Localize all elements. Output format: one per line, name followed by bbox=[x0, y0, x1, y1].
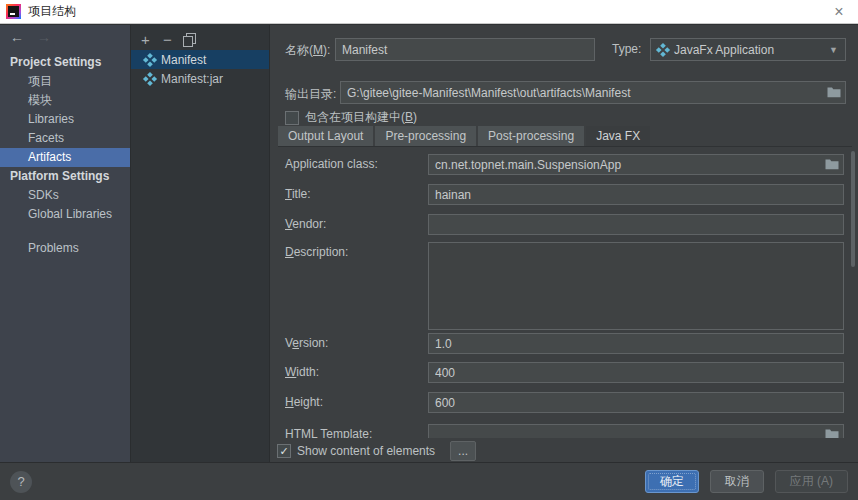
width-label: Width: bbox=[285, 362, 319, 383]
application-class-field-wrap bbox=[428, 154, 844, 175]
width-field-wrap bbox=[428, 362, 844, 383]
vendor-label: Vendor: bbox=[285, 214, 326, 235]
sidebar-item-facets[interactable]: Facets bbox=[0, 129, 130, 148]
add-icon[interactable]: + bbox=[139, 33, 152, 46]
include-in-build-checkbox[interactable] bbox=[285, 111, 299, 125]
artifact-item-label: Manifest bbox=[161, 53, 206, 67]
sidebar-item-artifacts[interactable]: Artifacts bbox=[0, 148, 130, 167]
sidebar-item-project[interactable]: 项目 bbox=[0, 72, 130, 91]
back-arrow-icon[interactable]: ← bbox=[10, 29, 24, 45]
version-field-wrap bbox=[428, 333, 844, 354]
name-label: 名称(M): bbox=[285, 42, 330, 59]
title-field[interactable] bbox=[428, 184, 844, 205]
description-field[interactable] bbox=[428, 242, 844, 330]
artifact-type-icon bbox=[656, 42, 670, 56]
apply-button[interactable]: 应用 (A) bbox=[775, 470, 848, 493]
type-label: Type: bbox=[612, 42, 641, 56]
sidebar-section-project-settings: Project Settings bbox=[0, 53, 130, 72]
remove-icon[interactable]: − bbox=[161, 33, 174, 46]
type-dropdown[interactable]: JavaFx Application ▼ bbox=[650, 38, 846, 61]
intellij-logo-icon bbox=[6, 4, 21, 19]
sidebar-item-sdks[interactable]: SDKs bbox=[0, 186, 130, 205]
tab-bar: Output LayoutPre-processingPost-processi… bbox=[278, 126, 652, 146]
html-template-field[interactable] bbox=[428, 424, 844, 438]
artifact-item-manifest[interactable]: Manifest bbox=[131, 50, 269, 69]
form-area: Application class:Title:Vendor:Descripti… bbox=[270, 147, 858, 438]
title-field-wrap bbox=[428, 184, 844, 205]
chevron-down-icon: ▼ bbox=[829, 45, 838, 55]
folder-browse-icon[interactable] bbox=[825, 158, 839, 170]
artifact-icon bbox=[143, 71, 157, 85]
application-class-label: Application class: bbox=[285, 154, 378, 175]
title-label: Title: bbox=[285, 184, 311, 205]
application-class-field[interactable] bbox=[428, 154, 844, 175]
type-value: JavaFx Application bbox=[674, 43, 823, 57]
window-title: 项目结构 bbox=[28, 3, 76, 20]
version-label: Version: bbox=[285, 333, 328, 354]
output-dir-wrap bbox=[340, 81, 846, 104]
dialog-body: ← → Project Settings项目模块LibrariesFacetsA… bbox=[0, 24, 858, 462]
sidebar: ← → Project Settings项目模块LibrariesFacetsA… bbox=[0, 25, 130, 462]
width-field[interactable] bbox=[428, 362, 844, 383]
artifact-toolbar: +− bbox=[131, 29, 269, 49]
show-content-checkbox[interactable]: ✓ bbox=[277, 444, 291, 458]
output-dir-label: 输出目录: bbox=[285, 86, 336, 103]
artifact-list: ManifestManifest:jar bbox=[131, 50, 269, 88]
sidebar-item-problems[interactable]: Problems bbox=[0, 239, 130, 258]
show-content-label: Show content of elements bbox=[297, 444, 435, 458]
sidebar-item-modules[interactable]: 模块 bbox=[0, 91, 130, 110]
sidebar-item-libraries[interactable]: Libraries bbox=[0, 110, 130, 129]
folder-browse-icon[interactable] bbox=[827, 86, 841, 98]
browse-more-button[interactable]: ... bbox=[450, 441, 476, 461]
artifact-list-panel: +− ManifestManifest:jar bbox=[130, 25, 270, 462]
artifact-item-label: Manifest:jar bbox=[161, 72, 223, 86]
name-input[interactable] bbox=[335, 38, 595, 61]
history-nav: ← → bbox=[0, 25, 130, 47]
sidebar-section-platform-settings: Platform Settings bbox=[0, 167, 130, 186]
version-field[interactable] bbox=[428, 333, 844, 354]
scrollbar-thumb[interactable] bbox=[851, 151, 855, 267]
html-template-field-wrap bbox=[428, 424, 844, 438]
height-label: Height: bbox=[285, 392, 323, 413]
include-in-build-row: 包含在项目构建中(B) bbox=[285, 109, 417, 126]
artifact-item-manifest-jar[interactable]: Manifest:jar bbox=[131, 69, 269, 88]
title-bar: 项目结构 × bbox=[0, 0, 858, 24]
folder-browse-icon[interactable] bbox=[825, 428, 839, 438]
forward-arrow-icon[interactable]: → bbox=[37, 29, 51, 45]
sidebar-list: Project Settings项目模块LibrariesFacetsArtif… bbox=[0, 53, 130, 258]
copy-icon[interactable] bbox=[183, 33, 195, 45]
vendor-field[interactable] bbox=[428, 214, 844, 235]
artifact-icon bbox=[143, 52, 157, 66]
help-button[interactable]: ? bbox=[10, 471, 32, 493]
description-label: Description: bbox=[285, 242, 348, 263]
close-icon[interactable]: × bbox=[828, 3, 850, 21]
show-content-row: ✓ Show content of elements ... bbox=[277, 441, 476, 461]
ok-button[interactable]: 确定 bbox=[645, 470, 699, 493]
sidebar-item-global-libraries[interactable]: Global Libraries bbox=[0, 205, 130, 224]
vendor-field-wrap bbox=[428, 214, 844, 235]
html-template-label: HTML Template: bbox=[285, 424, 372, 438]
height-field[interactable] bbox=[428, 392, 844, 413]
footer: ? 确定 取消 应用 (A) bbox=[0, 462, 858, 500]
tab-output-layout[interactable]: Output Layout bbox=[278, 126, 373, 147]
cancel-button[interactable]: 取消 bbox=[710, 470, 764, 493]
tab-post-processing[interactable]: Post-processing bbox=[478, 126, 584, 147]
output-dir-input[interactable] bbox=[340, 81, 846, 104]
sidebar-gap bbox=[0, 224, 130, 239]
tab-pre-processing[interactable]: Pre-processing bbox=[375, 126, 476, 147]
details-panel: 名称(M): Type: JavaFx Application ▼ 输出目录: … bbox=[270, 25, 858, 462]
height-field-wrap bbox=[428, 392, 844, 413]
include-in-build-label: 包含在项目构建中(B) bbox=[305, 109, 417, 126]
tab-java-fx[interactable]: Java FX bbox=[586, 126, 650, 147]
